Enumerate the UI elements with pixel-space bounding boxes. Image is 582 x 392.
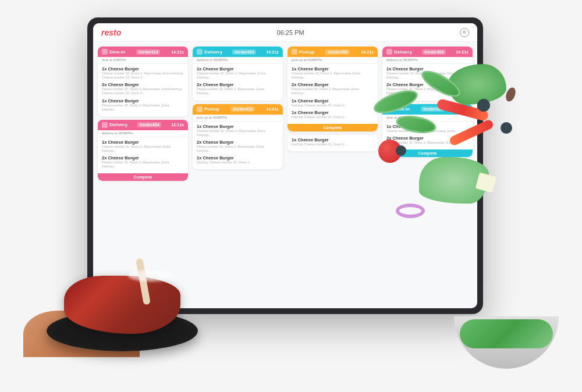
order-item: 1x Cheese Burger Cheese number 32, Onion… [102,66,184,80]
meat [64,276,180,334]
type-icon [197,106,203,112]
order-item-title: 1x Cheese Burger [102,66,184,72]
order-item-detail: Please number 32, Onion 2, Mayonnaise, E… [102,161,184,169]
order-subtitle: delivery to 8639PPe [193,57,283,64]
flying-vegetables [361,58,535,262]
settings-icon[interactable]: ⚙ [460,28,469,37]
topbar-time: 06:25 PM [277,29,304,36]
order-item-title: 1x Cheese Burger [102,98,184,104]
order-item-title: 2x Cheese Burger [197,140,279,145]
order-card-header: Pickup #order413 14:21s [193,104,283,115]
order-item-title: 2x Cheese Burger [197,82,279,87]
order-item-title: 1x Cheese Burger [102,140,184,145]
order-item-detail: Cheese number 32, Onion 2, Mayonnaise, E… [102,72,184,80]
order-card-header: Delivery #order454 14:21s [382,47,473,57]
order-item: 2x Cheese Burger Please number 32, Onion… [197,140,279,153]
order-card: Dine-in #order414 14:21s dine at #2BPPa … [98,47,188,116]
bone [136,258,151,305]
app-logo: resto [101,28,121,37]
topbar: resto 06:25 PM ⚙ [93,23,477,42]
order-item-title: 1x Cheese Burger [197,155,279,161]
order-subtitle: dine at #2BPPa [98,57,188,64]
order-number: #order454 [325,49,349,55]
olive [477,99,490,112]
order-timer: 12:11s [171,123,184,127]
complete-button[interactable]: Complete [98,173,188,181]
order-item: 1x Cheese Burger Please number 18, Onion… [102,98,184,112]
order-item-title: 2x Cheese Burger [102,82,184,87]
order-type: Dine-in [109,49,125,55]
order-item-detail: Cheese number 32, Onion 2, Mayonnaise, E… [197,129,279,137]
order-subtitle: pick up at #63BPPe [193,115,283,122]
order-item-title: 1x Cheese Burger [197,124,279,129]
order-item: 2x Cheese Burger Please number 32, Onion… [197,82,279,95]
order-card: Delivery #order454 14:21s delivery to 86… [193,47,283,101]
salad [460,319,553,348]
type-icon [197,49,203,55]
type-icon [386,49,392,55]
order-type: Delivery [204,49,222,55]
order-item-detail: Cheese number 32, Onion 2, Mayonnaise, E… [197,72,279,80]
order-type: Delivery [109,122,127,127]
order-body: 1x Cheese Burger Cheese number 32, Onion… [98,137,188,174]
order-type: Delivery [394,49,412,55]
order-timer: 14:21s [171,50,184,54]
order-item-title: 1x Cheese Burger [197,66,279,72]
order-card: Delivery #order454 12:11s delivery to 86… [98,120,188,181]
order-item-detail: Cheese number 32, Onion 2, Mayonnaise, E… [102,145,184,153]
onion-ring [396,204,425,218]
salad-bowl [442,276,570,369]
order-number: #order414 [136,49,160,55]
order-card-header: Delivery #order454 14:21s [193,47,283,57]
order-item-detail: Please number 32, Onion 2, Mayonnaise, E… [102,87,184,95]
order-type: Pickup [299,49,314,55]
order-body: 1x Cheese Burger Cheese number 32, Onion… [193,122,283,170]
order-type: Pickup [204,106,219,112]
order-number: #order454 [422,49,446,55]
order-body: 1x Cheese Burger Cheese number 32, Onion… [98,64,188,116]
order-body: 1x Cheese Burger Cheese number 32, Onion… [193,64,283,101]
order-item: 2x Cheese Burger Please number 32, Onion… [102,155,184,169]
cucumber-slice [371,85,420,118]
order-item-detail: Please number 32, Onion 2, Mayonnaise, E… [197,145,279,153]
order-item: 1x Cheese Burger Cheese number 32, Onion… [102,140,184,153]
hand-with-plate [17,194,221,357]
order-number: #order413 [230,106,254,112]
cucumber-slice [395,113,438,136]
order-card-header: Delivery #order454 12:11s [98,120,188,130]
pepper-strip [448,119,494,147]
bowl [454,316,559,369]
order-timer: 14:21s [361,50,374,54]
order-item: 2x Cheese Burger Please number 32, Onion… [102,82,184,95]
type-icon [102,49,108,55]
order-timer: 14:21s [266,50,279,54]
order-item-detail: Please number 18, Onion 4, Mayonnaise, E… [102,104,184,112]
order-item: 1x Cheese Burger Cheese number 32, Onion… [197,66,279,80]
order-item: 1x Cheese Burger Ketchup Cheese number 3… [197,155,279,165]
type-icon [102,122,108,128]
order-card-header: Pickup #order454 14:21s [288,47,378,57]
olive [396,145,406,156]
order-card: Pickup #order413 14:21s pick up at #63BP… [193,104,283,170]
olive [501,122,512,134]
order-number: #order454 [232,49,256,55]
order-item: 1x Cheese Burger Cheese number 32, Onion… [197,124,279,137]
order-card-header: Dine-in #order414 14:21s [98,47,188,57]
order-subtitle: delivery to 8639PPe [98,130,188,137]
order-timer: 14:21s [266,107,279,111]
lettuce-piece [448,64,506,105]
sauce [128,270,175,281]
type-icon [292,49,297,55]
order-item-detail: Please number 32, Onion 2, Mayonnaise, E… [197,87,279,95]
order-number: #order454 [137,122,161,127]
scene: resto 06:25 PM ⚙ Dine-in #order41 [0,0,582,392]
order-timer: 14:21s [456,50,469,54]
order-item-title: 2x Cheese Burger [102,155,184,161]
order-item-detail: Ketchup Cheese number 32, Onion 2... [197,161,279,165]
